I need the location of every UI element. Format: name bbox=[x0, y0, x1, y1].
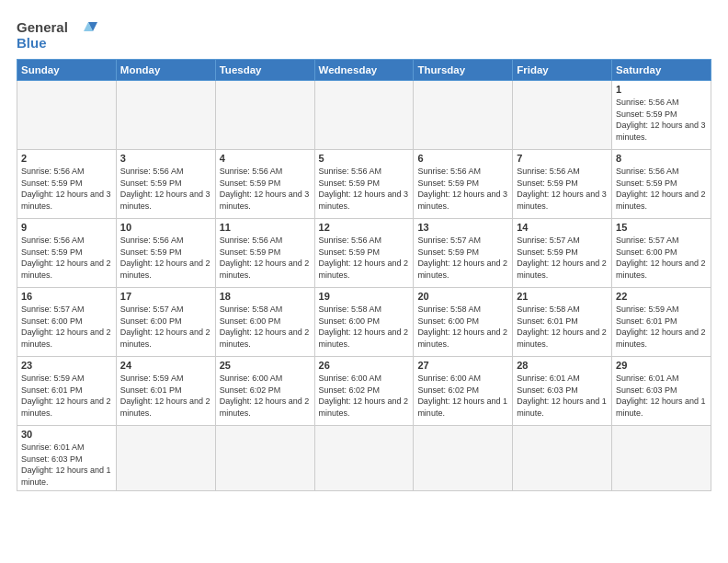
calendar-cell: 10Sunrise: 5:56 AMSunset: 5:59 PMDayligh… bbox=[116, 219, 215, 288]
calendar-cell: 25Sunrise: 6:00 AMSunset: 6:02 PMDayligh… bbox=[215, 357, 314, 426]
calendar-cell bbox=[414, 81, 513, 150]
week-row-4: 16Sunrise: 5:57 AMSunset: 6:00 PMDayligh… bbox=[17, 288, 711, 357]
day-number: 2 bbox=[21, 153, 112, 164]
calendar-cell: 15Sunrise: 5:57 AMSunset: 6:00 PMDayligh… bbox=[612, 219, 711, 288]
weekday-header-monday: Monday bbox=[116, 60, 215, 81]
calendar-cell: 24Sunrise: 5:59 AMSunset: 6:01 PMDayligh… bbox=[116, 357, 215, 426]
calendar-cell bbox=[17, 81, 117, 150]
calendar-cell bbox=[314, 426, 414, 491]
calendar-cell: 20Sunrise: 5:58 AMSunset: 6:00 PMDayligh… bbox=[414, 288, 513, 357]
weekday-header-row: SundayMondayTuesdayWednesdayThursdayFrid… bbox=[17, 60, 711, 81]
weekday-header-sunday: Sunday bbox=[17, 60, 117, 81]
calendar-cell: 21Sunrise: 5:58 AMSunset: 6:01 PMDayligh… bbox=[513, 288, 612, 357]
day-number: 10 bbox=[120, 222, 211, 233]
weekday-header-thursday: Thursday bbox=[414, 60, 513, 81]
calendar-cell: 19Sunrise: 5:58 AMSunset: 6:00 PMDayligh… bbox=[314, 288, 414, 357]
day-info: Sunrise: 5:59 AMSunset: 6:01 PMDaylight:… bbox=[21, 373, 112, 419]
day-info: Sunrise: 5:58 AMSunset: 6:01 PMDaylight:… bbox=[517, 304, 608, 350]
day-info: Sunrise: 5:56 AMSunset: 5:59 PMDaylight:… bbox=[220, 166, 311, 212]
week-row-6: 30Sunrise: 6:01 AMSunset: 6:03 PMDayligh… bbox=[17, 426, 711, 491]
calendar-cell: 2Sunrise: 5:56 AMSunset: 5:59 PMDaylight… bbox=[17, 150, 117, 219]
day-number: 21 bbox=[517, 291, 608, 302]
calendar-cell: 26Sunrise: 6:00 AMSunset: 6:02 PMDayligh… bbox=[314, 357, 414, 426]
day-info: Sunrise: 5:57 AMSunset: 6:00 PMDaylight:… bbox=[616, 235, 707, 281]
svg-text:Blue: Blue bbox=[17, 35, 47, 51]
day-number: 9 bbox=[21, 222, 112, 233]
day-number: 23 bbox=[21, 360, 112, 371]
calendar-cell bbox=[414, 426, 513, 491]
calendar-cell: 29Sunrise: 6:01 AMSunset: 6:03 PMDayligh… bbox=[612, 357, 711, 426]
calendar-cell: 28Sunrise: 6:01 AMSunset: 6:03 PMDayligh… bbox=[513, 357, 612, 426]
day-info: Sunrise: 5:57 AMSunset: 5:59 PMDaylight:… bbox=[417, 235, 508, 281]
week-row-1: 1Sunrise: 5:56 AMSunset: 5:59 PMDaylight… bbox=[17, 81, 711, 150]
day-number: 16 bbox=[21, 291, 112, 302]
day-info: Sunrise: 5:56 AMSunset: 5:59 PMDaylight:… bbox=[616, 97, 707, 143]
calendar-cell: 8Sunrise: 5:56 AMSunset: 5:59 PMDaylight… bbox=[612, 150, 711, 219]
calendar-cell: 4Sunrise: 5:56 AMSunset: 5:59 PMDaylight… bbox=[215, 150, 314, 219]
day-info: Sunrise: 5:56 AMSunset: 5:59 PMDaylight:… bbox=[417, 166, 508, 212]
calendar-cell: 16Sunrise: 5:57 AMSunset: 6:00 PMDayligh… bbox=[17, 288, 117, 357]
day-info: Sunrise: 5:58 AMSunset: 6:00 PMDaylight:… bbox=[319, 304, 410, 350]
day-info: Sunrise: 5:59 AMSunset: 6:01 PMDaylight:… bbox=[120, 373, 211, 419]
calendar-cell: 12Sunrise: 5:56 AMSunset: 5:59 PMDayligh… bbox=[314, 219, 414, 288]
day-number: 1 bbox=[616, 84, 707, 95]
day-info: Sunrise: 5:58 AMSunset: 6:00 PMDaylight:… bbox=[220, 304, 311, 350]
calendar-cell: 9Sunrise: 5:56 AMSunset: 5:59 PMDaylight… bbox=[17, 219, 117, 288]
day-info: Sunrise: 5:59 AMSunset: 6:01 PMDaylight:… bbox=[616, 304, 707, 350]
calendar-cell bbox=[513, 426, 612, 491]
day-number: 20 bbox=[417, 291, 508, 302]
calendar-cell: 30Sunrise: 6:01 AMSunset: 6:03 PMDayligh… bbox=[17, 426, 117, 491]
day-number: 22 bbox=[616, 291, 707, 302]
day-info: Sunrise: 5:56 AMSunset: 5:59 PMDaylight:… bbox=[21, 166, 112, 212]
calendar-cell: 23Sunrise: 5:59 AMSunset: 6:01 PMDayligh… bbox=[17, 357, 117, 426]
calendar-cell: 11Sunrise: 5:56 AMSunset: 5:59 PMDayligh… bbox=[215, 219, 314, 288]
day-info: Sunrise: 5:57 AMSunset: 6:00 PMDaylight:… bbox=[21, 304, 112, 350]
weekday-header-saturday: Saturday bbox=[612, 60, 711, 81]
week-row-5: 23Sunrise: 5:59 AMSunset: 6:01 PMDayligh… bbox=[17, 357, 711, 426]
calendar-cell: 6Sunrise: 5:56 AMSunset: 5:59 PMDaylight… bbox=[414, 150, 513, 219]
day-number: 5 bbox=[319, 153, 410, 164]
calendar-cell: 18Sunrise: 5:58 AMSunset: 6:00 PMDayligh… bbox=[215, 288, 314, 357]
day-info: Sunrise: 6:01 AMSunset: 6:03 PMDaylight:… bbox=[517, 373, 608, 419]
calendar-cell bbox=[116, 426, 215, 491]
day-number: 13 bbox=[417, 222, 508, 233]
day-info: Sunrise: 5:56 AMSunset: 5:59 PMDaylight:… bbox=[319, 166, 410, 212]
weekday-header-wednesday: Wednesday bbox=[314, 60, 414, 81]
day-number: 4 bbox=[220, 153, 311, 164]
day-number: 3 bbox=[120, 153, 211, 164]
calendar-cell: 27Sunrise: 6:00 AMSunset: 6:02 PMDayligh… bbox=[414, 357, 513, 426]
day-info: Sunrise: 5:56 AMSunset: 5:59 PMDaylight:… bbox=[517, 166, 608, 212]
day-info: Sunrise: 5:57 AMSunset: 5:59 PMDaylight:… bbox=[517, 235, 608, 281]
day-number: 28 bbox=[517, 360, 608, 371]
day-number: 11 bbox=[220, 222, 311, 233]
calendar-cell: 5Sunrise: 5:56 AMSunset: 5:59 PMDaylight… bbox=[314, 150, 414, 219]
calendar: SundayMondayTuesdayWednesdayThursdayFrid… bbox=[17, 59, 711, 491]
calendar-cell bbox=[513, 81, 612, 150]
header: General Blue bbox=[17, 17, 711, 52]
week-row-2: 2Sunrise: 5:56 AMSunset: 5:59 PMDaylight… bbox=[17, 150, 711, 219]
calendar-cell bbox=[116, 81, 215, 150]
day-number: 8 bbox=[616, 153, 707, 164]
calendar-cell bbox=[612, 426, 711, 491]
day-info: Sunrise: 5:56 AMSunset: 5:59 PMDaylight:… bbox=[220, 235, 311, 281]
day-info: Sunrise: 6:00 AMSunset: 6:02 PMDaylight:… bbox=[220, 373, 311, 419]
calendar-cell: 17Sunrise: 5:57 AMSunset: 6:00 PMDayligh… bbox=[116, 288, 215, 357]
day-number: 12 bbox=[319, 222, 410, 233]
svg-text:General: General bbox=[17, 19, 68, 35]
generalblue-logo-icon: General Blue bbox=[17, 17, 99, 52]
calendar-cell: 14Sunrise: 5:57 AMSunset: 5:59 PMDayligh… bbox=[513, 219, 612, 288]
logo: General Blue bbox=[17, 17, 99, 52]
page: General Blue SundayMondayTuesdayWednesda… bbox=[0, 0, 728, 563]
day-info: Sunrise: 5:56 AMSunset: 5:59 PMDaylight:… bbox=[319, 235, 410, 281]
day-info: Sunrise: 5:57 AMSunset: 6:00 PMDaylight:… bbox=[120, 304, 211, 350]
day-number: 29 bbox=[616, 360, 707, 371]
calendar-cell bbox=[215, 81, 314, 150]
calendar-cell: 3Sunrise: 5:56 AMSunset: 5:59 PMDaylight… bbox=[116, 150, 215, 219]
weekday-header-tuesday: Tuesday bbox=[215, 60, 314, 81]
day-number: 17 bbox=[120, 291, 211, 302]
calendar-cell: 22Sunrise: 5:59 AMSunset: 6:01 PMDayligh… bbox=[612, 288, 711, 357]
day-info: Sunrise: 6:00 AMSunset: 6:02 PMDaylight:… bbox=[417, 373, 508, 419]
day-info: Sunrise: 5:58 AMSunset: 6:00 PMDaylight:… bbox=[417, 304, 508, 350]
day-info: Sunrise: 5:56 AMSunset: 5:59 PMDaylight:… bbox=[21, 235, 112, 281]
day-number: 19 bbox=[319, 291, 410, 302]
